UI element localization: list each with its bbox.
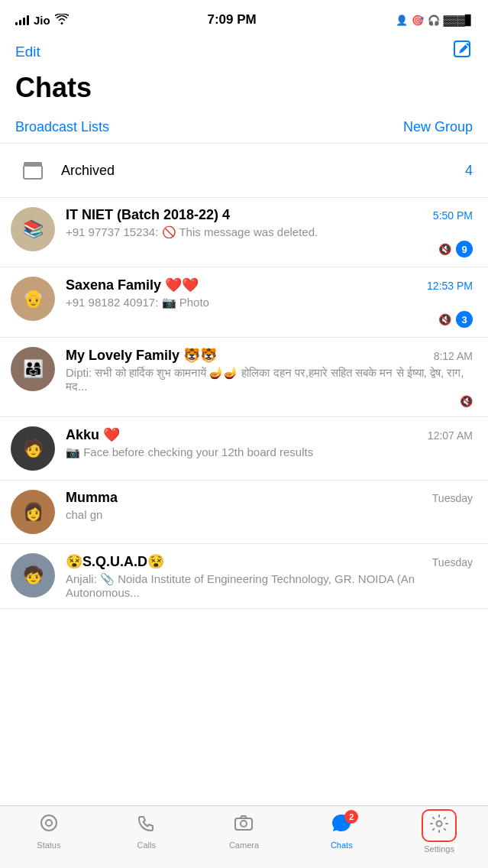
chat-name: My Lovely Family 🐯🐯 bbox=[66, 347, 217, 364]
chat-preview: +91 97737 15234: 🚫 This message was dele… bbox=[66, 225, 473, 239]
chat-preview: Dipti: सभी को हार्दिक शुभ कामनायें 🪔🪔 हो… bbox=[66, 366, 473, 394]
chat-content: My Lovely Family 🐯🐯 8:12 AM Dipti: सभी क… bbox=[66, 347, 473, 407]
chat-preview: 📷 Face before checking your 12th board r… bbox=[66, 445, 473, 459]
edit-button[interactable]: Edit bbox=[15, 44, 40, 60]
tab-bar: Status Calls Camera 2 Chats bbox=[0, 805, 488, 868]
tab-settings-label: Settings bbox=[424, 844, 454, 853]
svg-point-7 bbox=[437, 821, 442, 826]
chat-time: 12:53 PM bbox=[427, 280, 473, 292]
chat-time: Tuesday bbox=[432, 492, 473, 504]
tab-calls-label: Calls bbox=[137, 840, 155, 850]
calls-icon bbox=[137, 813, 157, 838]
chat-top-row: 😵S.Q.U.A.D😵 Tuesday bbox=[66, 553, 473, 570]
status-bar: Jio 7:09 PM 👤 🎯 🎧 ▓▓▓▊ bbox=[0, 0, 488, 34]
chat-content: IT NIET (Batch 2018-22) 4 5:50 PM +91 97… bbox=[66, 207, 473, 257]
settings-highlight-border bbox=[422, 809, 457, 842]
mute-icon: 🔇 bbox=[438, 243, 451, 255]
chat-top-row: Saxena Family ❤️❤️ 12:53 PM bbox=[66, 277, 473, 293]
mute-icon: 🔇 bbox=[438, 313, 451, 326]
signal-icon bbox=[15, 15, 29, 25]
action-bar: Broadcast Lists New Group bbox=[0, 113, 488, 144]
status-bar-left: Jio bbox=[15, 14, 69, 27]
chat-avatar: 👩 bbox=[11, 490, 55, 534]
chat-meta: 🔇 3 bbox=[66, 311, 473, 328]
broadcast-lists-button[interactable]: Broadcast Lists bbox=[15, 119, 109, 135]
page-title-section: Chats bbox=[0, 69, 488, 113]
settings-icon bbox=[429, 814, 449, 839]
tab-camera[interactable]: Camera bbox=[213, 813, 274, 850]
mute-icon: 🔇 bbox=[460, 395, 473, 407]
chat-name: IT NIET (Batch 2018-22) 4 bbox=[66, 207, 230, 223]
svg-point-6 bbox=[241, 821, 247, 827]
svg-rect-2 bbox=[24, 162, 42, 167]
tab-settings[interactable]: Settings bbox=[409, 809, 470, 853]
wifi-icon bbox=[55, 14, 69, 27]
chat-avatar: 🧑 bbox=[11, 426, 55, 471]
chat-avatar: 👨‍👩‍👧 bbox=[11, 347, 55, 391]
archive-icon bbox=[15, 153, 50, 188]
archived-label: Archived bbox=[61, 163, 465, 179]
chat-preview: Anjali: 📎 Noida Institute of Engineering… bbox=[66, 572, 473, 599]
chat-name: Mumma bbox=[66, 490, 118, 506]
chat-rows: 📚 IT NIET (Batch 2018-22) 4 5:50 PM +91 … bbox=[0, 198, 488, 609]
chat-time: 12:07 AM bbox=[428, 429, 473, 442]
camera-icon bbox=[234, 813, 254, 838]
battery-icon: ▓▓▓▊ bbox=[444, 15, 473, 26]
tab-chats-label: Chats bbox=[331, 840, 353, 850]
unread-badge: 9 bbox=[456, 241, 473, 257]
status-bar-right: 👤 🎯 🎧 ▓▓▓▊ bbox=[396, 15, 473, 26]
chat-time: Tuesday bbox=[432, 556, 473, 568]
chat-row[interactable]: 👨‍👩‍👧 My Lovely Family 🐯🐯 8:12 AM Dipti:… bbox=[0, 338, 488, 417]
headphone-icon: 🎧 bbox=[428, 15, 440, 26]
archived-count: 4 bbox=[465, 163, 473, 179]
chat-row[interactable]: 🧒 😵S.Q.U.A.D😵 Tuesday Anjali: 📎 Noida In… bbox=[0, 544, 488, 609]
chat-row[interactable]: 👴 Saxena Family ❤️❤️ 12:53 PM +91 98182 … bbox=[0, 267, 488, 338]
svg-point-4 bbox=[46, 820, 52, 826]
tab-camera-label: Camera bbox=[229, 840, 259, 850]
status-bar-time: 7:09 PM bbox=[208, 12, 257, 28]
chat-content: Saxena Family ❤️❤️ 12:53 PM +91 98182 40… bbox=[66, 277, 473, 328]
tab-status[interactable]: Status bbox=[18, 813, 79, 850]
chat-preview: chal gn bbox=[66, 508, 473, 521]
status-icon bbox=[39, 813, 59, 838]
person-icon: 👤 bbox=[396, 15, 408, 26]
chat-name: Saxena Family ❤️❤️ bbox=[66, 277, 199, 293]
page-title: Chats bbox=[15, 72, 473, 104]
nav-bar: Edit bbox=[0, 34, 488, 69]
chat-content: Mumma Tuesday chal gn bbox=[66, 490, 473, 521]
chat-row[interactable]: 🧑 Akku ❤️ 12:07 AM 📷 Face before checkin… bbox=[0, 417, 488, 481]
chat-time: 5:50 PM bbox=[433, 209, 473, 222]
chat-name: 😵S.Q.U.A.D😵 bbox=[66, 553, 164, 570]
tab-chats[interactable]: 2 Chats bbox=[311, 813, 372, 850]
chat-name: Akku ❤️ bbox=[66, 426, 120, 443]
chat-avatar: 📚 bbox=[11, 207, 55, 251]
chat-row[interactable]: 👩 Mumma Tuesday chal gn bbox=[0, 481, 488, 544]
chat-content: Akku ❤️ 12:07 AM 📷 Face before checking … bbox=[66, 426, 473, 459]
chat-meta: 🔇 bbox=[66, 395, 473, 407]
archived-row[interactable]: Archived 4 bbox=[0, 144, 488, 198]
svg-point-3 bbox=[41, 815, 57, 831]
tab-calls[interactable]: Calls bbox=[116, 813, 177, 850]
chats-icon: 2 bbox=[331, 813, 352, 838]
chat-time: 8:12 AM bbox=[434, 350, 473, 362]
chat-avatar: 🧒 bbox=[11, 553, 55, 598]
chat-list: Archived 4 📚 IT NIET (Batch 2018-22) 4 5… bbox=[0, 144, 488, 609]
chat-top-row: Akku ❤️ 12:07 AM bbox=[66, 426, 473, 443]
unread-badge: 3 bbox=[456, 311, 473, 328]
chats-badge: 2 bbox=[344, 810, 358, 824]
chat-row[interactable]: 📚 IT NIET (Batch 2018-22) 4 5:50 PM +91 … bbox=[0, 198, 488, 267]
target-icon: 🎯 bbox=[412, 15, 424, 26]
chat-top-row: IT NIET (Batch 2018-22) 4 5:50 PM bbox=[66, 207, 473, 223]
chat-preview: +91 98182 40917: 📷 Photo bbox=[66, 296, 473, 309]
tab-status-label: Status bbox=[37, 840, 60, 850]
chat-content: 😵S.Q.U.A.D😵 Tuesday Anjali: 📎 Noida Inst… bbox=[66, 553, 473, 599]
carrier-label: Jio bbox=[34, 14, 50, 27]
compose-button[interactable] bbox=[453, 40, 473, 64]
chat-meta: 🔇 9 bbox=[66, 241, 473, 257]
chat-avatar: 👴 bbox=[11, 277, 55, 321]
chat-top-row: Mumma Tuesday bbox=[66, 490, 473, 506]
chat-top-row: My Lovely Family 🐯🐯 8:12 AM bbox=[66, 347, 473, 364]
new-group-button[interactable]: New Group bbox=[403, 119, 473, 135]
